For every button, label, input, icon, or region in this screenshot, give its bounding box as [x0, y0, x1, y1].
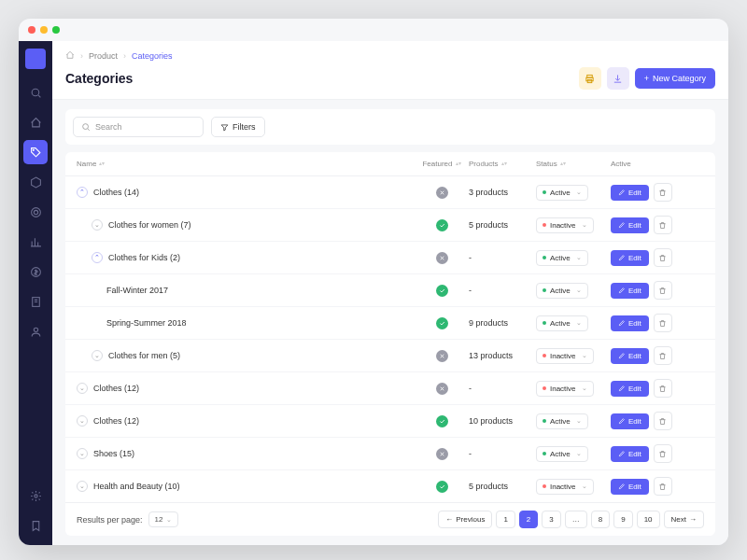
featured-x-icon[interactable] [436, 383, 448, 395]
delete-button[interactable] [654, 281, 672, 300]
edit-button[interactable]: Edit [611, 381, 649, 397]
maximize-dot[interactable] [52, 26, 60, 34]
page-10-button[interactable]: 10 [637, 511, 660, 528]
close-dot[interactable] [28, 26, 35, 34]
status-select[interactable]: Active⌄ [536, 250, 588, 266]
status-select[interactable]: Active⌄ [536, 185, 588, 201]
minimize-dot[interactable] [40, 26, 48, 34]
status-select[interactable]: Inactive⌄ [536, 479, 594, 495]
edit-button[interactable]: Edit [611, 315, 649, 331]
edit-button[interactable]: Edit [611, 413, 649, 429]
edit-button[interactable]: Edit [611, 446, 649, 462]
delete-button[interactable] [654, 412, 672, 430]
status-select[interactable]: Active⌄ [536, 413, 588, 429]
edit-button[interactable]: Edit [611, 479, 649, 495]
featured-check-icon[interactable] [436, 481, 448, 493]
category-name[interactable]: Fall-Winter 2017 [106, 286, 168, 295]
dollar-nav-icon[interactable] [23, 259, 48, 284]
delete-button[interactable] [654, 379, 672, 398]
category-name[interactable]: Shoes (15) [93, 449, 134, 458]
category-name[interactable]: Clothes (14) [93, 188, 139, 197]
delete-button[interactable] [654, 183, 672, 202]
delete-button[interactable] [654, 216, 672, 234]
featured-check-icon[interactable] [436, 285, 448, 297]
chevron-down-icon[interactable]: ⌄ [92, 350, 103, 361]
page-1-button[interactable]: 1 [496, 511, 514, 528]
home-icon[interactable] [65, 50, 75, 62]
page-3-button[interactable]: 3 [542, 511, 560, 528]
status-select[interactable]: Inactive⌄ [536, 348, 594, 364]
edit-button[interactable]: Edit [611, 185, 649, 201]
status-select[interactable]: Inactive⌄ [536, 217, 594, 233]
gear-nav-icon[interactable] [23, 483, 48, 508]
chevron-down-icon[interactable]: ⌄ [92, 219, 103, 231]
page-2-button[interactable]: 2 [519, 511, 538, 528]
status-select[interactable]: Inactive⌄ [536, 381, 594, 397]
plus-icon: + [644, 74, 649, 83]
category-name[interactable]: Clothes for men (5) [108, 351, 180, 360]
page-8-button[interactable]: 8 [591, 511, 610, 528]
featured-check-icon[interactable] [436, 415, 448, 427]
target-nav-icon[interactable] [23, 200, 48, 224]
category-name[interactable]: Clothes (12) [93, 416, 139, 426]
search-input[interactable]: Search [73, 117, 204, 137]
delete-button[interactable] [654, 314, 672, 332]
delete-button[interactable] [654, 346, 672, 365]
tag-nav-icon[interactable] [23, 140, 48, 164]
chart-nav-icon[interactable] [23, 230, 48, 254]
delete-button[interactable] [654, 248, 672, 267]
featured-x-icon[interactable] [436, 350, 448, 362]
category-name[interactable]: Clothes for Kids (2) [108, 253, 180, 262]
status-select[interactable]: Active⌄ [536, 315, 588, 331]
bookmark-nav-icon[interactable] [23, 513, 48, 538]
chevron-down-icon[interactable]: ⌄ [77, 448, 88, 459]
featured-x-icon[interactable] [436, 448, 448, 460]
table-row: ⌄Shoes (15)-Active⌄Edit [65, 438, 715, 470]
per-page-label: Results per page: [77, 515, 143, 525]
new-category-button[interactable]: + New Category [635, 68, 715, 89]
category-name[interactable]: Spring-Summer 2018 [106, 318, 187, 328]
delete-button[interactable] [654, 477, 672, 496]
edit-button[interactable]: Edit [611, 348, 649, 364]
featured-x-icon[interactable] [436, 187, 448, 199]
category-name[interactable]: Clothes (12) [93, 384, 139, 393]
chevron-down-icon[interactable]: ⌄ [77, 481, 88, 492]
edit-button[interactable]: Edit [611, 250, 649, 266]
featured-x-icon[interactable] [436, 252, 448, 264]
edit-button[interactable]: Edit [611, 217, 649, 233]
products-count: 13 products [469, 351, 536, 360]
category-name[interactable]: Health and Beauty (10) [93, 482, 180, 491]
home-nav-icon[interactable] [23, 110, 48, 134]
featured-check-icon[interactable] [436, 317, 448, 329]
status-select[interactable]: Active⌄ [536, 446, 588, 462]
featured-check-icon[interactable] [436, 219, 448, 231]
delete-button[interactable] [654, 444, 672, 463]
prev-button[interactable]: ←Previous [438, 511, 492, 528]
box-nav-icon[interactable] [23, 170, 48, 194]
col-status-header[interactable]: Status▴▾ [536, 160, 611, 168]
chevron-up-icon[interactable]: ⌃ [92, 252, 103, 263]
category-name[interactable]: Clothes for women (7) [108, 220, 191, 230]
col-name-header[interactable]: Name▴▾ [77, 160, 415, 168]
search-nav-icon[interactable] [23, 80, 48, 105]
download-button[interactable] [607, 67, 629, 90]
filters-button[interactable]: Filters [211, 117, 265, 137]
chevron-down-icon[interactable]: ⌄ [77, 383, 88, 394]
crumb-categories[interactable]: Categories [132, 51, 173, 61]
crumb-product[interactable]: Product [89, 51, 118, 61]
chevron-up-icon[interactable]: ⌃ [77, 187, 88, 198]
next-button[interactable]: Next→ [664, 511, 704, 528]
per-page-select[interactable]: 12 ⌄ [148, 511, 179, 527]
receipt-nav-icon[interactable] [23, 289, 48, 314]
page-9-button[interactable]: 9 [613, 511, 632, 528]
col-featured-header[interactable]: Featured▴▾ [415, 160, 469, 168]
table-body: ⌃Clothes (14)3 productsActive⌄Edit⌄Cloth… [65, 176, 715, 502]
status-select[interactable]: Active⌄ [536, 283, 588, 299]
chevron-down-icon[interactable]: ⌄ [77, 415, 88, 427]
table-row: ⌃Clothes for Kids (2)-Active⌄Edit [65, 242, 715, 274]
app-logo[interactable] [25, 49, 46, 69]
edit-button[interactable]: Edit [611, 283, 649, 299]
user-nav-icon[interactable] [23, 319, 48, 343]
print-button[interactable] [579, 67, 601, 90]
col-products-header[interactable]: Products▴▾ [469, 160, 536, 168]
